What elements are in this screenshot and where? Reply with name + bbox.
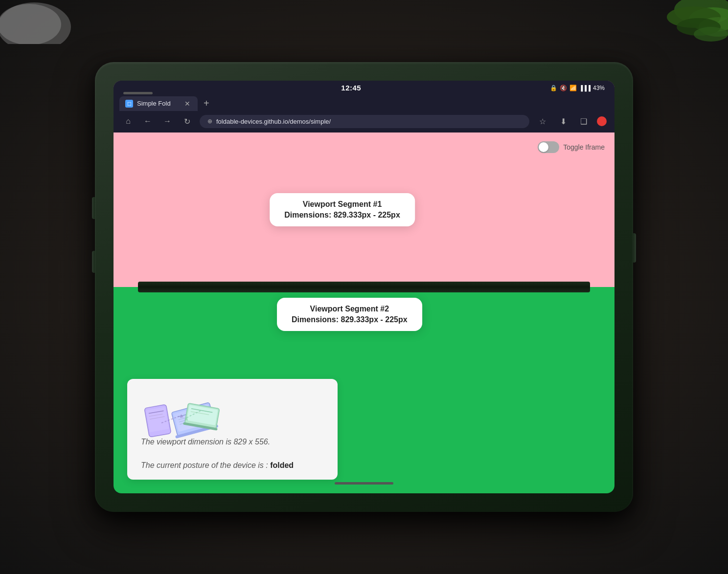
volume-down-button[interactable] bbox=[92, 251, 95, 273]
posture-value: folded bbox=[270, 461, 294, 469]
lock-icon: 🔒 bbox=[550, 85, 557, 91]
screen-bottom-half: Viewport Segment #2 Dimensions: 829.333p… bbox=[114, 287, 614, 493]
battery-indicator: 43% bbox=[593, 85, 605, 91]
status-time: 12:45 bbox=[341, 84, 361, 92]
sound-icon: 🔇 bbox=[560, 85, 567, 91]
segment1-info-box: Viewport Segment #1 Dimensions: 829.333p… bbox=[270, 193, 415, 226]
record-button[interactable] bbox=[597, 116, 607, 126]
device-hinge bbox=[138, 282, 590, 292]
address-bar: ⌂ ← → ↻ ⊕ foldable-devices bbox=[114, 111, 614, 132]
wifi-icon: 📶 bbox=[569, 85, 577, 91]
posture-prefix: The current posture of the device is : bbox=[141, 461, 270, 469]
status-icons: 🔒 🔇 📶 ▐▐▐ 43% bbox=[550, 85, 605, 91]
posture-text: The current posture of the device is : f… bbox=[141, 461, 324, 470]
url-bar[interactable]: ⊕ foldable-devices.github.io/demos/simpl… bbox=[200, 115, 529, 128]
bottom-nav-bar bbox=[335, 482, 393, 485]
bookmark-button[interactable]: ☆ bbox=[535, 114, 550, 129]
volume-up-button[interactable] bbox=[92, 197, 95, 219]
browser-tab-active[interactable]: ⬚ Simple Fold ✕ bbox=[119, 96, 198, 111]
home-icon: ⌂ bbox=[126, 117, 131, 126]
plant-decoration bbox=[620, 0, 728, 64]
toggle-iframe-label: Toggle Iframe bbox=[563, 143, 605, 151]
site-info-icon: ⊕ bbox=[207, 118, 212, 125]
status-bar: 12:45 🔒 🔇 📶 ▐▐▐ 43% bbox=[114, 81, 614, 94]
screen-area: 12:45 🔒 🔇 📶 ▐▐▐ 43% ⬚ bbox=[114, 81, 614, 493]
tab-close-button[interactable]: ✕ bbox=[183, 99, 192, 108]
laptop-illustration bbox=[137, 384, 235, 447]
foldable-device: 12:45 🔒 🔇 📶 ▐▐▐ 43% ⬚ bbox=[95, 62, 633, 512]
drag-handle bbox=[123, 92, 153, 94]
tab-bar: ⬚ Simple Fold ✕ + bbox=[114, 94, 614, 111]
object-topleft bbox=[0, 0, 78, 44]
svg-point-5 bbox=[694, 27, 728, 42]
tab-favicon: ⬚ bbox=[125, 100, 133, 108]
reload-button[interactable]: ↻ bbox=[180, 114, 194, 128]
toggle-iframe-area: Toggle Iframe bbox=[538, 141, 605, 153]
screen-top-half: 12:45 🔒 🔇 📶 ▐▐▐ 43% ⬚ bbox=[114, 81, 614, 287]
segment2-dimensions: Dimensions: 829.333px - 225px bbox=[292, 315, 408, 324]
svg-rect-18 bbox=[146, 407, 169, 432]
tab-overview-icon: ❑ bbox=[580, 117, 587, 126]
toggle-iframe-switch[interactable] bbox=[538, 141, 559, 153]
reload-icon: ↻ bbox=[184, 117, 190, 126]
back-button[interactable]: ← bbox=[141, 114, 155, 128]
bookmark-icon: ☆ bbox=[539, 117, 546, 126]
download-button[interactable]: ⬇ bbox=[556, 114, 570, 129]
signal-icon: ▐▐▐ bbox=[579, 85, 591, 91]
forward-icon: → bbox=[163, 117, 171, 126]
new-tab-button[interactable]: + bbox=[200, 96, 213, 111]
home-button[interactable]: ⌂ bbox=[121, 114, 135, 128]
segment1-dimensions: Dimensions: 829.333px - 225px bbox=[284, 211, 400, 220]
upper-viewport-content: Viewport Segment #1 Dimensions: 829.333p… bbox=[114, 132, 614, 287]
forward-button[interactable]: → bbox=[160, 114, 174, 128]
tab-title: Simple Fold bbox=[137, 100, 179, 107]
download-icon: ⬇ bbox=[560, 117, 567, 126]
power-button[interactable] bbox=[633, 233, 636, 263]
tab-overview-button[interactable]: ❑ bbox=[576, 114, 591, 129]
back-icon: ← bbox=[144, 117, 152, 126]
segment2-title: Viewport Segment #2 bbox=[292, 305, 408, 313]
segment2-info-box: Viewport Segment #2 Dimensions: 829.333p… bbox=[277, 298, 422, 331]
browser-chrome: 12:45 🔒 🔇 📶 ▐▐▐ 43% ⬚ bbox=[114, 81, 614, 132]
segment1-title: Viewport Segment #1 bbox=[284, 200, 400, 209]
device-info-card: The viewport dimension is 829 x 556. The… bbox=[127, 379, 338, 480]
device-body: 12:45 🔒 🔇 📶 ▐▐▐ 43% ⬚ bbox=[95, 62, 633, 512]
url-text: foldable-devices.github.io/demos/simple/ bbox=[216, 118, 331, 125]
